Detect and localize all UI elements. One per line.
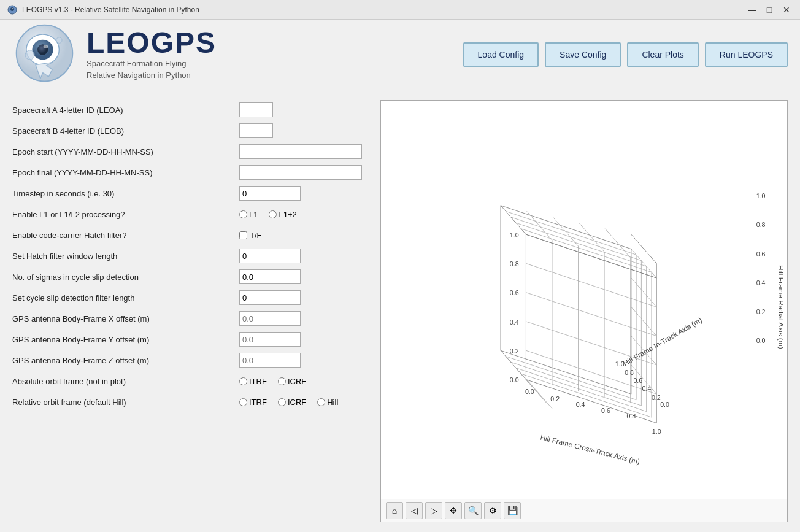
hatch-filter-checkbox[interactable] [239, 231, 247, 239]
l1-radio-text: L1 [249, 210, 258, 219]
abs-orbit-label: Absolute orbit frame (not in plot) [12, 377, 239, 386]
svg-text:0.4: 0.4 [642, 385, 652, 392]
epoch-start-label: Epoch start (YYYY-MM-DD-HH-MN-SS) [12, 147, 239, 156]
svg-text:0.2: 0.2 [756, 308, 766, 315]
close-button[interactable]: ✕ [780, 5, 793, 15]
antenna-z-input[interactable] [239, 353, 301, 368]
minimize-button[interactable]: — [746, 5, 758, 15]
svg-text:0.2: 0.2 [652, 394, 661, 401]
epoch-final-label: Epoch final (YYYY-MM-DD-HH-MN-SS) [12, 168, 239, 177]
logo-image [12, 23, 77, 87]
l12-radio-label[interactable]: L1+2 [269, 210, 296, 219]
maximize-button[interactable]: □ [763, 5, 775, 15]
run-leogps-button[interactable]: Run LEOGPS [705, 42, 788, 67]
plot-area: Hill Frame Radial Axis (m) 1.0 0.8 0.6 0… [381, 101, 787, 499]
forward-tool-button[interactable]: ▷ [425, 502, 442, 519]
svg-text:0.0: 0.0 [660, 401, 669, 408]
spacecraft-a-input[interactable] [239, 102, 273, 117]
svg-text:0.0: 0.0 [525, 388, 534, 395]
title-text: LEOGPS v1.3 - Relative Satellite Navigat… [22, 6, 199, 14]
back-tool-button[interactable]: ◁ [406, 502, 423, 519]
plot-toolbar: ⌂ ◁ ▷ ✥ 🔍 ⚙ 💾 [381, 499, 787, 522]
header-buttons: Load Config Save Config Clear Plots Run … [463, 42, 788, 67]
rel-icrf-radio-label[interactable]: ICRF [278, 398, 306, 407]
hatch-window-input[interactable] [239, 249, 301, 263]
timestep-label: Timestep in seconds (i.e. 30) [12, 189, 239, 198]
svg-text:0.6: 0.6 [510, 289, 519, 296]
rel-itrf-radio[interactable] [239, 398, 247, 406]
epoch-start-row: Epoch start (YYYY-MM-DD-HH-MN-SS) [12, 142, 368, 161]
svg-text:0.2: 0.2 [550, 395, 560, 403]
logo-area: LEOGPS Spacecraft Formation Flying Relat… [12, 23, 463, 87]
save-tool-button[interactable]: 💾 [504, 502, 521, 519]
antenna-x-input[interactable] [239, 311, 301, 326]
svg-text:0.8: 0.8 [510, 260, 519, 268]
timestep-row: Timestep in seconds (i.e. 30) [12, 183, 368, 203]
l12-radio[interactable] [269, 210, 277, 218]
hatch-window-row: Set Hatch filter window length [12, 246, 368, 266]
hatch-filter-checkbox-group: T/F [239, 231, 262, 240]
l12-radio-text: L1+2 [279, 210, 296, 219]
svg-text:0.6: 0.6 [633, 377, 642, 384]
save-config-button[interactable]: Save Config [545, 42, 621, 67]
rel-orbit-label: Relative orbit frame (default Hill) [12, 398, 239, 407]
antenna-x-label: GPS antenna Body-Frame X offset (m) [12, 314, 239, 323]
sigmas-input[interactable] [239, 269, 301, 284]
settings-tool-button[interactable]: ⚙ [484, 502, 501, 519]
rel-hill-text: Hill [327, 398, 338, 407]
clear-plots-button[interactable]: Clear Plots [627, 42, 698, 67]
abs-itrf-text: ITRF [249, 377, 267, 386]
svg-text:0.8: 0.8 [625, 369, 634, 376]
hatch-filter-row: Enable code-carrier Hatch filter? T/F [12, 225, 368, 245]
svg-text:1.0: 1.0 [510, 231, 519, 239]
epoch-start-input[interactable] [239, 144, 362, 159]
abs-itrf-radio[interactable] [239, 377, 247, 385]
plot-svg: Hill Frame Radial Axis (m) 1.0 0.8 0.6 0… [381, 101, 787, 499]
svg-text:0.8: 0.8 [626, 412, 636, 420]
rel-orbit-row: Relative orbit frame (default Hill) ITRF… [12, 392, 368, 412]
title-bar-left: LEOGPS v1.3 - Relative Satellite Navigat… [7, 5, 199, 15]
rel-icrf-radio[interactable] [278, 398, 286, 406]
rel-hill-radio[interactable] [317, 398, 325, 406]
svg-point-2 [12, 8, 13, 9]
app-icon [7, 5, 17, 15]
antenna-x-row: GPS antenna Body-Frame X offset (m) [12, 309, 368, 328]
abs-itrf-radio-label[interactable]: ITRF [239, 377, 267, 386]
abs-icrf-text: ICRF [288, 377, 306, 386]
spacecraft-a-row: Spacecraft A 4-letter ID (LEOA) [12, 100, 368, 120]
hatch-window-label: Set Hatch filter window length [12, 252, 239, 261]
main-content: LEOGPS Spacecraft Formation Flying Relat… [0, 20, 800, 532]
hatch-filter-label: Enable code-carrier Hatch filter? [12, 231, 239, 240]
z-axis-label: Hill Frame Radial Axis (m) [777, 265, 785, 349]
svg-point-11 [56, 37, 63, 43]
antenna-y-input[interactable] [239, 332, 301, 347]
rel-hill-radio-label[interactable]: Hill [317, 398, 338, 407]
cycle-slip-input[interactable] [239, 290, 301, 305]
timestep-input[interactable] [239, 186, 301, 201]
home-tool-button[interactable]: ⌂ [386, 502, 403, 519]
rel-itrf-radio-label[interactable]: ITRF [239, 398, 267, 407]
abs-icrf-radio-label[interactable]: ICRF [278, 377, 306, 386]
rel-orbit-radio-group: ITRF ICRF Hill [239, 398, 345, 407]
rel-itrf-text: ITRF [249, 398, 267, 407]
pan-tool-button[interactable]: ✥ [445, 502, 462, 519]
logo-text: LEOGPS Spacecraft Formation Flying Relat… [87, 28, 217, 82]
title-bar-controls: — □ ✕ [746, 5, 793, 15]
title-bar: LEOGPS v1.3 - Relative Satellite Navigat… [0, 0, 800, 20]
abs-icrf-radio[interactable] [278, 377, 286, 385]
l1-radio-label[interactable]: L1 [239, 210, 258, 219]
svg-point-1 [10, 7, 14, 11]
svg-text:1.0: 1.0 [756, 192, 766, 199]
epoch-final-input[interactable] [239, 165, 362, 180]
l1-l2-row: Enable L1 or L1/L2 processing? L1 L1+2 [12, 204, 368, 224]
svg-text:0.8: 0.8 [756, 221, 766, 228]
antenna-z-label: GPS antenna Body-Frame Z offset (m) [12, 356, 239, 365]
svg-point-7 [44, 45, 48, 48]
spacecraft-b-input[interactable] [239, 123, 273, 138]
zoom-tool-button[interactable]: 🔍 [464, 502, 482, 519]
form-panel: Spacecraft A 4-letter ID (LEOA) Spacecra… [12, 100, 368, 522]
antenna-z-row: GPS antenna Body-Frame Z offset (m) [12, 350, 368, 370]
cycle-slip-label: Set cycle slip detection filter length [12, 293, 239, 303]
l1-radio[interactable] [239, 210, 247, 218]
load-config-button[interactable]: Load Config [463, 42, 539, 67]
